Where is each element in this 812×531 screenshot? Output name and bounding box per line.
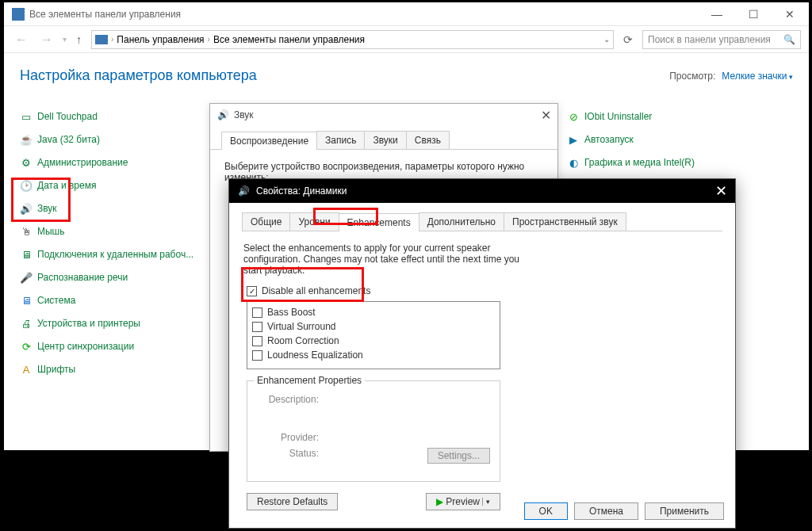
- enh-virtual-surround[interactable]: Virtual Surround: [252, 319, 495, 334]
- tab-advanced[interactable]: Дополнительно: [419, 212, 504, 231]
- search-input[interactable]: Поиск в панели управления 🔍: [642, 30, 801, 49]
- speaker-icon: 🔊: [20, 202, 33, 215]
- clock-icon: 🕑: [20, 179, 33, 192]
- cp-item-remote[interactable]: 🖥Подключения к удаленным рабоч...: [20, 246, 202, 263]
- enh-room-correction[interactable]: Room Correction: [252, 334, 495, 348]
- mic-icon: 🎤: [20, 271, 33, 284]
- speaker-icon: 🔊: [237, 185, 250, 197]
- settings-button[interactable]: Settings...: [427, 448, 490, 464]
- cp-item-label: Звук: [37, 203, 57, 214]
- tab-spatial[interactable]: Пространственный звук: [504, 212, 626, 231]
- cp-item-label: Система: [37, 295, 75, 306]
- cp-item-label: Мышь: [37, 226, 65, 237]
- cp-item-devices[interactable]: 🖨Устройства и принтеры: [20, 315, 202, 332]
- enh-props-legend: Enhancement Properties: [254, 375, 365, 386]
- cp-item-label: Администрирование: [37, 157, 128, 168]
- dropdown-icon[interactable]: ▾: [482, 498, 490, 506]
- cp-item-label: IObit Uninstaller: [584, 111, 652, 122]
- description-label: Description:: [257, 394, 328, 405]
- cp-item-label: Распознавание речи: [37, 272, 128, 283]
- cp-toolbar: ← → ▾ ↑ › Панель управления › Все элемен…: [4, 26, 809, 53]
- refresh-icon[interactable]: ⟳: [620, 33, 636, 46]
- tab-enhancements[interactable]: Enhancements: [339, 213, 419, 231]
- cp-item-speech[interactable]: 🎤Распознавание речи: [20, 269, 202, 286]
- breadcrumb-sep: ›: [208, 35, 210, 44]
- close-icon[interactable]: ✕: [541, 108, 551, 123]
- mouse-icon: 🖱: [20, 225, 33, 238]
- enh-label: Room Correction: [267, 335, 339, 346]
- apply-button[interactable]: Применить: [645, 502, 724, 520]
- cp-icon: [12, 8, 25, 21]
- cp-title: Все элементы панели управления: [29, 9, 181, 20]
- tab-sounds[interactable]: Звуки: [364, 131, 406, 149]
- address-bar[interactable]: › Панель управления › Все элементы панел…: [91, 30, 614, 49]
- cp-item-intel[interactable]: ◐Графика и медиа Intel(R): [567, 154, 765, 171]
- tab-levels[interactable]: Уровни: [289, 212, 339, 231]
- cp-item-sync[interactable]: ⟳Центр синхронизации: [20, 338, 202, 355]
- forward-arrow-icon[interactable]: →: [37, 32, 56, 47]
- cp-item-iobit[interactable]: ⊘IObit Uninstaller: [567, 108, 765, 125]
- cp-item-admin[interactable]: ⚙Администрирование: [20, 154, 202, 171]
- back-arrow-icon[interactable]: ←: [12, 32, 31, 47]
- cp-item-mouse[interactable]: 🖱Мышь: [20, 223, 202, 240]
- cp-item-system[interactable]: 🖥Система: [20, 292, 202, 309]
- system-icon: 🖥: [20, 294, 33, 307]
- properties-footer: OK Отмена Применить: [524, 502, 724, 520]
- cp-titlebar: Все элементы панели управления — ☐ ✕: [4, 2, 809, 26]
- speaker-icon: 🔊: [216, 109, 229, 121]
- enhancements-list: Bass Boost Virtual Surround Room Correct…: [247, 301, 500, 369]
- uninstaller-icon: ⊘: [567, 110, 580, 123]
- breadcrumb-root[interactable]: Панель управления: [117, 34, 204, 45]
- sound-title: Звук: [234, 109, 254, 120]
- sound-titlebar: 🔊 Звук ✕: [210, 104, 557, 126]
- checkbox-icon[interactable]: [252, 336, 262, 346]
- cp-item-label: Дата и время: [37, 180, 96, 191]
- cp-item-autorun[interactable]: ▶Автозапуск: [567, 131, 765, 148]
- cp-item-fonts[interactable]: AШрифты: [20, 361, 202, 378]
- search-placeholder: Поиск в панели управления: [648, 34, 771, 45]
- enh-loudness-eq[interactable]: Loudness Equalization: [252, 348, 495, 362]
- cp-heading: Настройка параметров компьютера: [20, 67, 257, 84]
- minimize-button[interactable]: —: [706, 8, 728, 21]
- cp-item-label: Подключения к удаленным рабоч...: [37, 249, 193, 260]
- checkbox-icon[interactable]: [252, 350, 262, 361]
- fonts-icon: A: [20, 363, 33, 376]
- checkbox-icon[interactable]: [252, 322, 262, 332]
- tab-general[interactable]: Общие: [242, 212, 290, 231]
- cancel-button[interactable]: Отмена: [574, 502, 638, 520]
- maximize-button[interactable]: ☐: [742, 8, 764, 21]
- provider-label: Provider:: [257, 432, 328, 443]
- cp-item-java[interactable]: ☕Java (32 бита): [20, 131, 202, 148]
- ok-button[interactable]: OK: [524, 502, 568, 520]
- tab-record[interactable]: Запись: [316, 131, 365, 149]
- enh-label: Virtual Surround: [267, 321, 336, 332]
- close-icon[interactable]: ✕: [715, 182, 727, 200]
- cp-item-label: Устройства и принтеры: [37, 318, 140, 329]
- breadcrumb-sep: ›: [111, 35, 113, 44]
- search-icon[interactable]: 🔍: [783, 34, 795, 45]
- history-dropdown-icon[interactable]: ▾: [63, 35, 67, 44]
- enh-bass-boost[interactable]: Bass Boost: [252, 305, 495, 319]
- checkbox-icon[interactable]: [252, 308, 262, 318]
- breadcrumb-section[interactable]: Все элементы панели управления: [213, 34, 365, 45]
- restore-defaults-button[interactable]: Restore Defaults: [247, 493, 338, 510]
- address-dropdown-icon[interactable]: ⌄: [603, 35, 610, 44]
- cp-item-sound[interactable]: 🔊Звук: [20, 200, 202, 217]
- cp-item-datetime[interactable]: 🕑Дата и время: [20, 177, 202, 194]
- enhancement-properties-group: Enhancement Properties Description: Prov…: [247, 380, 500, 482]
- preview-button[interactable]: ▶ Preview ▾: [426, 493, 500, 510]
- status-label: Status:: [257, 448, 328, 464]
- close-button[interactable]: ✕: [779, 8, 801, 21]
- view-mode-dropdown[interactable]: Мелкие значки: [722, 71, 793, 82]
- disable-all-enhancements[interactable]: Disable all enhancements: [247, 284, 722, 298]
- tab-playback[interactable]: Воспроизведение: [221, 132, 317, 150]
- up-arrow-icon[interactable]: ↑: [73, 33, 85, 46]
- cp-item-dell-touchpad[interactable]: ▭Dell Touchpad: [20, 108, 202, 125]
- printer-icon: 🖨: [20, 317, 33, 330]
- properties-title: Свойства: Динамики: [256, 185, 347, 197]
- cp-item-label: Графика и медиа Intel(R): [584, 157, 695, 168]
- checkbox-icon[interactable]: [247, 286, 257, 296]
- cp-item-label: Автозапуск: [584, 134, 634, 145]
- sound-tabs: Воспроизведение Запись Звуки Связь: [210, 126, 557, 150]
- tab-comm[interactable]: Связь: [406, 131, 450, 149]
